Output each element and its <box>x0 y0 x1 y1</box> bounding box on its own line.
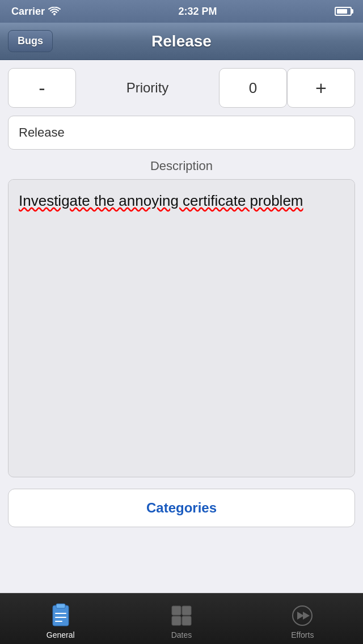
svg-rect-9 <box>182 616 191 625</box>
release-input[interactable] <box>8 116 355 150</box>
svg-rect-8 <box>172 616 181 625</box>
tab-efforts[interactable]: Efforts <box>242 594 363 644</box>
tab-dates[interactable]: Dates <box>121 594 242 644</box>
description-label: Description <box>0 159 363 173</box>
content-area: - Priority 0 + Description Categories <box>0 60 363 593</box>
tab-bar: General Dates Efforts <box>0 593 363 644</box>
categories-button[interactable]: Categories <box>8 489 355 527</box>
carrier-text: Carrier <box>11 6 45 18</box>
back-button[interactable]: Bugs <box>8 30 53 52</box>
efforts-tab-icon <box>290 603 315 628</box>
status-bar: Carrier 2:32 PM <box>0 0 363 23</box>
time-label: 2:32 PM <box>179 6 217 18</box>
battery-icon <box>335 7 352 16</box>
wifi-icon <box>48 7 61 16</box>
general-tab-icon <box>48 603 73 628</box>
dates-tab-icon <box>169 603 194 628</box>
svg-rect-2 <box>56 604 65 608</box>
priority-row: - Priority 0 + <box>8 68 355 108</box>
description-wrapper <box>8 179 355 477</box>
tab-general-label: General <box>47 630 75 639</box>
categories-wrapper: Categories <box>8 489 355 527</box>
svg-marker-12 <box>303 612 310 620</box>
efforts-icon <box>292 605 313 626</box>
nav-title: Release <box>151 32 212 50</box>
nav-bar: Bugs Release <box>0 23 363 60</box>
right-status-icons <box>335 7 352 16</box>
svg-rect-7 <box>182 606 191 615</box>
general-icon <box>48 603 73 628</box>
release-input-wrapper <box>8 116 355 150</box>
svg-rect-6 <box>172 606 181 615</box>
carrier-label: Carrier <box>11 6 61 18</box>
decrement-button[interactable]: - <box>8 68 76 108</box>
tab-general[interactable]: General <box>0 594 121 644</box>
increment-button[interactable]: + <box>287 68 355 108</box>
tab-dates-label: Dates <box>171 630 192 639</box>
dates-icon <box>171 605 192 626</box>
priority-label: Priority <box>76 80 219 96</box>
description-textarea[interactable] <box>9 180 354 474</box>
priority-value: 0 <box>219 68 287 108</box>
svg-point-0 <box>53 13 56 15</box>
tab-efforts-label: Efforts <box>291 630 314 639</box>
